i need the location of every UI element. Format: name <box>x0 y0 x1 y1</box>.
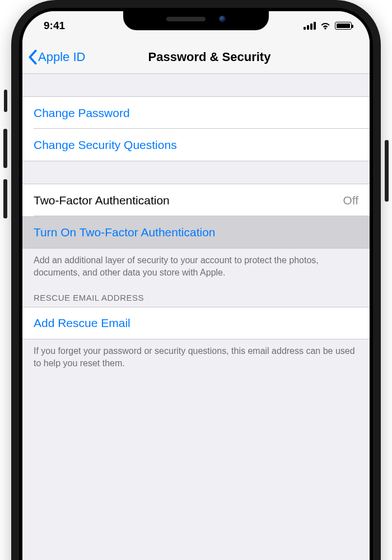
rescue-email-footer: If you forget your password or security … <box>22 339 370 371</box>
mute-switch[interactable] <box>4 90 7 112</box>
two-factor-status-cell[interactable]: Two-Factor Authentication Off <box>22 184 370 216</box>
content: Change Password Change Security Question… <box>22 74 370 371</box>
status-indicators <box>304 21 354 30</box>
group-gap <box>22 74 370 96</box>
stage: 9:41 <box>0 0 392 560</box>
wifi-icon <box>319 21 332 30</box>
back-button-label: Apple ID <box>38 50 85 64</box>
cell-label: Turn On Two-Factor Authentication <box>34 226 216 239</box>
cellular-icon <box>304 22 316 30</box>
cell-label: Two-Factor Authentication <box>34 194 170 207</box>
navigation-bar: Apple ID Password & Security <box>22 40 370 74</box>
status-time: 9:41 <box>38 20 65 32</box>
volume-down-button[interactable] <box>3 179 7 218</box>
back-button[interactable]: Apple ID <box>28 49 85 65</box>
notch <box>123 8 269 30</box>
group-gap <box>22 161 370 184</box>
two-factor-footer: Add an additional layer of security to y… <box>22 249 370 281</box>
cell-label: Change Security Questions <box>34 138 177 152</box>
screen: 9:41 <box>22 11 370 560</box>
change-password-cell[interactable]: Change Password <box>22 96 370 129</box>
rescue-email-header: RESCUE EMAIL ADDRESS <box>22 281 370 307</box>
device-bezel: 9:41 <box>19 8 373 560</box>
battery-icon <box>335 22 352 30</box>
camera <box>219 16 226 22</box>
turn-on-two-factor-cell[interactable]: Turn On Two-Factor Authentication <box>22 216 370 249</box>
change-security-questions-cell[interactable]: Change Security Questions <box>22 129 370 161</box>
cell-detail: Off <box>343 194 358 207</box>
power-button[interactable] <box>385 140 389 202</box>
cell-label: Change Password <box>34 106 130 120</box>
speaker <box>166 17 206 21</box>
add-rescue-email-cell[interactable]: Add Rescue Email <box>22 307 370 339</box>
volume-up-button[interactable] <box>3 129 7 168</box>
device-frame: 9:41 <box>11 0 381 560</box>
page-title: Password & Security <box>148 50 271 64</box>
cell-label: Add Rescue Email <box>34 316 130 330</box>
chevron-left-icon <box>28 49 37 65</box>
